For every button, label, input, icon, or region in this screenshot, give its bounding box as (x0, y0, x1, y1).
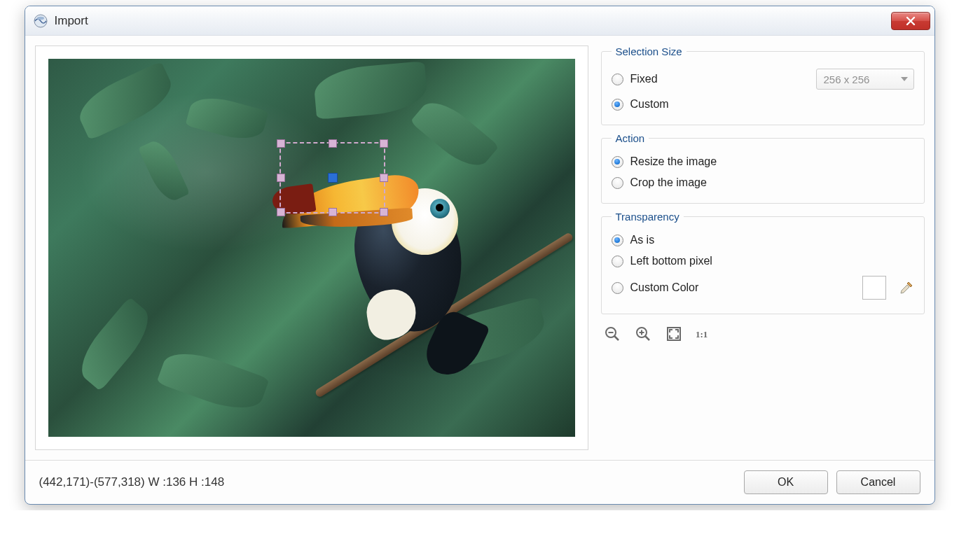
label-resize: Resize the image (630, 155, 717, 168)
window-title: Import (55, 14, 891, 28)
label-custom: Custom (630, 98, 669, 111)
svg-text:1:1: 1:1 (695, 329, 707, 340)
ok-button[interactable]: OK (744, 470, 828, 494)
legend-transparency: Transparency (612, 211, 684, 223)
controls-panel: Selection Size Fixed 256 x 256 Custom Ac… (601, 46, 925, 450)
label-crop: Crop the image (630, 176, 707, 189)
fixed-size-value: 256 x 256 (824, 74, 870, 85)
status-text: (442,171)-(577,318) W :136 H :148 (39, 475, 225, 489)
eyedropper-icon[interactable] (899, 280, 914, 295)
color-swatch[interactable] (862, 276, 886, 300)
group-transparency: Transparency As is Left bottom pixel Cus… (601, 211, 925, 314)
label-customcolor: Custom Color (630, 281, 699, 294)
radio-fixed[interactable] (612, 74, 623, 85)
radio-crop[interactable] (612, 177, 623, 189)
label-fixed: Fixed (630, 73, 658, 85)
close-button[interactable] (891, 12, 930, 30)
titlebar: Import (25, 6, 934, 36)
radio-custom[interactable] (612, 99, 623, 111)
resize-handle-n[interactable] (329, 139, 337, 148)
svg-point-1 (37, 16, 44, 19)
group-action: Action Resize the image Crop the image (601, 132, 925, 204)
app-icon (34, 14, 48, 28)
radio-resize[interactable] (612, 156, 623, 168)
resize-handle-ne[interactable] (380, 139, 388, 148)
radio-leftbottom[interactable] (612, 255, 623, 267)
label-leftbottom: Left bottom pixel (630, 255, 712, 267)
group-selection-size: Selection Size Fixed 256 x 256 Custom (601, 46, 925, 125)
radio-customcolor[interactable] (612, 282, 623, 294)
image-preview-frame (35, 46, 588, 450)
legend-action: Action (612, 132, 649, 144)
radio-asis[interactable] (612, 234, 623, 246)
fit-screen-button[interactable] (664, 324, 684, 344)
actual-size-button[interactable]: 1:1 (695, 324, 715, 344)
label-asis: As is (630, 234, 655, 246)
fixed-size-dropdown[interactable]: 256 x 256 (816, 69, 914, 90)
cancel-button[interactable]: Cancel (836, 470, 920, 494)
resize-handle-w[interactable] (277, 174, 285, 182)
image-preview[interactable] (48, 59, 575, 437)
svg-line-6 (645, 336, 649, 340)
svg-line-3 (614, 336, 619, 340)
zoom-toolbar: 1:1 (601, 321, 925, 346)
import-dialog: Import (25, 6, 935, 505)
zoom-in-button[interactable] (633, 324, 653, 344)
subject-toucan (294, 150, 490, 353)
chevron-down-icon (901, 77, 908, 81)
legend-selection-size: Selection Size (612, 46, 687, 57)
zoom-out-button[interactable] (602, 324, 622, 344)
footer: (442,171)-(577,318) W :136 H :148 OK Can… (25, 460, 934, 504)
resize-handle-nw[interactable] (277, 139, 285, 148)
